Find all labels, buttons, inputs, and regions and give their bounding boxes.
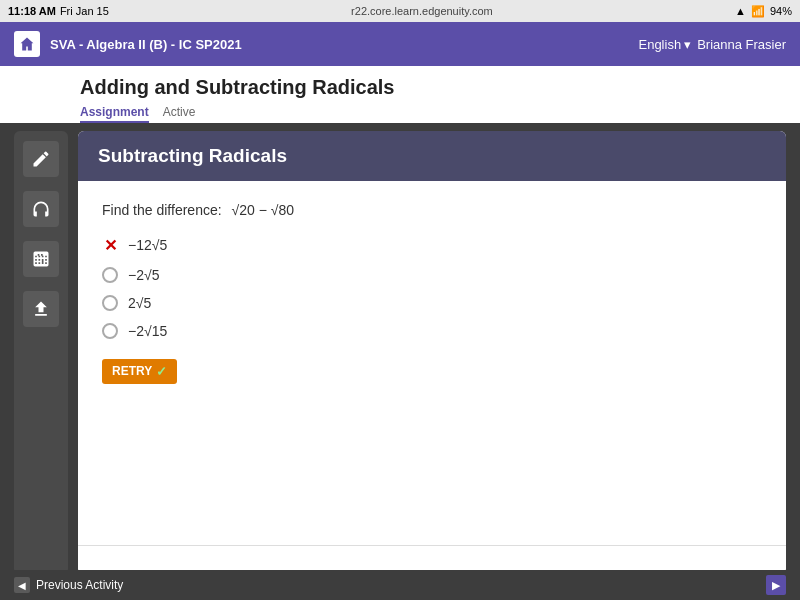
answer-option-b[interactable]: −2√5 [102, 267, 762, 283]
retry-check-icon: ✓ [156, 364, 167, 379]
calculator-icon [31, 249, 51, 269]
course-title: SVA - Algebra II (B) - IC SP2021 [50, 37, 242, 52]
chevron-down-icon: ▾ [684, 37, 691, 52]
upload-tool[interactable] [23, 291, 59, 327]
home-button[interactable] [14, 31, 40, 57]
battery-label: 94% [770, 5, 792, 17]
signal-icon: ▲ [735, 5, 746, 17]
headphones-icon [31, 199, 51, 219]
next-arrow-icon: ▶ [772, 579, 780, 592]
bottom-bar: ◀ Previous Activity ▶ [0, 570, 800, 600]
question-prompt: Find the difference: √20 − √80 [102, 201, 762, 218]
sidebar [14, 131, 68, 575]
math-expression: √20 − √80 [232, 202, 294, 218]
answer-option-d[interactable]: −2√15 [102, 323, 762, 339]
top-nav-left: SVA - Algebra II (B) - IC SP2021 [14, 31, 242, 57]
answer-option-a[interactable]: ✕ −12√5 [102, 236, 762, 255]
status-url: r22.core.learn.edgenuity.com [109, 5, 735, 17]
prev-activity-button[interactable]: ◀ Previous Activity [14, 577, 123, 593]
status-right: ▲ 📶 94% [735, 5, 792, 18]
retry-label: RETRY [112, 364, 152, 378]
prev-arrow-icon: ◀ [14, 577, 30, 593]
top-nav-right: English ▾ Brianna Frasier [638, 37, 786, 52]
content-header: Subtracting Radicals [78, 131, 786, 181]
radio-b[interactable] [102, 267, 118, 283]
content-body: Find the difference: √20 − √80 ✕ −12√5 [78, 181, 786, 545]
radio-c[interactable] [102, 295, 118, 311]
language-selector[interactable]: English ▾ [638, 37, 691, 52]
home-icon [19, 36, 35, 52]
answer-options: ✕ −12√5 −2√5 2√5 [102, 236, 762, 339]
page-title: Adding and Subtracting Radicals [80, 76, 720, 99]
page-header: Adding and Subtracting Radicals Assignme… [0, 66, 800, 123]
section-title: Subtracting Radicals [98, 145, 766, 167]
tab-active-label: Active [163, 103, 196, 123]
page-tabs: Assignment Active [80, 103, 720, 123]
radio-d[interactable] [102, 323, 118, 339]
prev-activity-label: Previous Activity [36, 578, 123, 592]
wrong-icon: ✕ [102, 236, 118, 255]
content-panel: Subtracting Radicals Find the difference… [78, 131, 786, 575]
status-bar: 11:18 AM Fri Jan 15 r22.core.learn.edgen… [0, 0, 800, 22]
wifi-icon: 📶 [751, 5, 765, 18]
answer-text-a: −12√5 [128, 237, 167, 253]
tab-assignment[interactable]: Assignment [80, 103, 149, 123]
answer-option-c[interactable]: 2√5 [102, 295, 762, 311]
headphones-tool[interactable] [23, 191, 59, 227]
pencil-icon [31, 149, 51, 169]
answer-text-b: −2√5 [128, 267, 159, 283]
upload-icon [31, 299, 51, 319]
main-area: Subtracting Radicals Find the difference… [0, 123, 800, 583]
top-nav: SVA - Algebra II (B) - IC SP2021 English… [0, 22, 800, 66]
pencil-tool[interactable] [23, 141, 59, 177]
answer-text-d: −2√15 [128, 323, 167, 339]
answer-text-c: 2√5 [128, 295, 151, 311]
language-label: English [638, 37, 681, 52]
status-time: 11:18 AM [8, 5, 56, 17]
status-date: Fri Jan 15 [60, 5, 109, 17]
user-name: Brianna Frasier [697, 37, 786, 52]
next-arrow-button[interactable]: ▶ [766, 575, 786, 595]
calculator-tool[interactable] [23, 241, 59, 277]
retry-button[interactable]: RETRY ✓ [102, 359, 177, 384]
